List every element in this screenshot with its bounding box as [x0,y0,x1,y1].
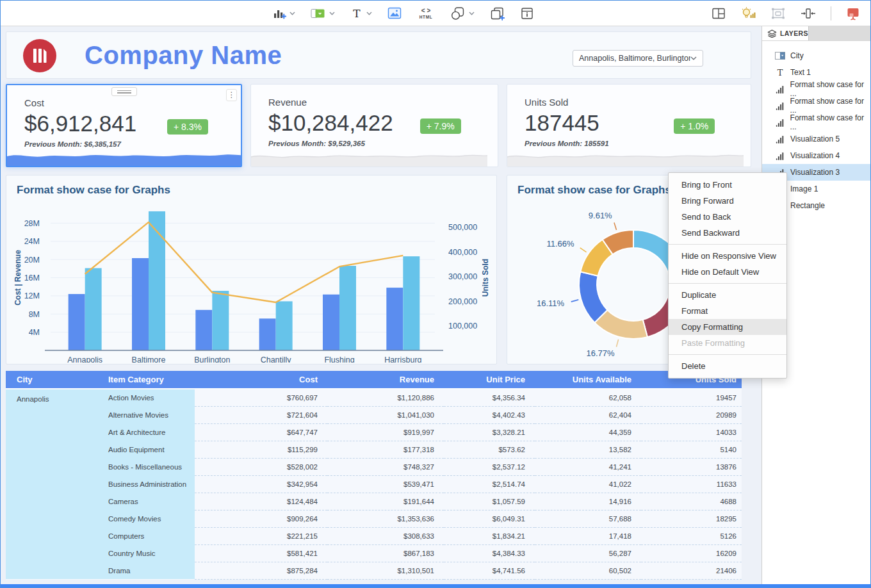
layer-item-label: Format show case for ... [790,113,870,131]
revenue-cell: $1,310,501 [327,562,444,579]
menu-item-send-to-back[interactable]: Send to Back [669,209,786,225]
layer-item-label: City [790,51,804,60]
column-header-city: City [6,371,105,389]
units-sold-cell: 16209 [641,544,742,562]
item-category-cell: Action Movies [105,389,195,406]
units-available-cell: 14,916 [535,493,641,510]
present-button[interactable] [846,6,860,20]
combo-chart-element[interactable]: Format show case for Graphs 4M8M12M16M20… [6,175,497,364]
chart-layer-icon [776,118,785,127]
layers-panel-header: LAYERS [762,26,870,41]
html-icon: < >HTML [417,6,435,20]
group-button [770,6,786,20]
layer-item-label: Rectangle [790,201,825,210]
data-table: CityItem CategoryCostRevenueUnit PriceUn… [6,371,742,580]
menu-item-hide-on-responsive-view[interactable]: Hide on Responsive View [669,248,786,264]
svg-text:16.77%: 16.77% [586,348,615,358]
add-html-button[interactable]: < >HTML [417,6,435,20]
item-category-cell: Alternative Movies [105,406,195,423]
text-layer-icon: T [775,68,785,77]
units-available-cell: 57,688 [535,510,641,527]
image-icon [387,7,402,20]
revenue-cell: $191,644 [327,493,444,510]
column-header-unit-price: Unit Price [444,371,535,389]
cost-cell: $581,421 [195,544,327,562]
card-options-kebab-icon[interactable]: ⋮ [226,89,237,101]
units-available-cell: 13,582 [535,441,641,458]
add-text-button[interactable]: T [350,7,372,20]
revenue-cell: $308,633 [327,527,444,544]
svg-text:400,000: 400,000 [448,248,477,257]
kpi-card-revenue[interactable]: Revenue$10,284,422+ 7.9%Previous Month: … [250,84,498,167]
menu-item-paste-formatting: Paste Formatting [669,335,786,351]
color-swatch-button[interactable] [311,8,335,19]
layer-item-label: Format show case for ... [790,80,870,98]
units-available-cell: 17,418 [535,527,641,544]
menu-item-copy-formatting[interactable]: Copy Formatting [669,319,786,335]
menu-item-send-backward[interactable]: Send Backward [669,225,786,241]
add-shape-button[interactable] [450,6,475,20]
layer-item-format-show-case-for[interactable]: Format show case for ... [762,114,870,131]
add-frame-button[interactable] [490,6,505,20]
region-dropdown-value: Annapolis, Baltimore, Burlington, ... [579,54,690,63]
layer-item-visualization-5[interactable]: Visualization 5 [762,131,870,147]
revenue-cell: $867,183 [327,544,444,562]
table-header-row: CityItem CategoryCostRevenueUnit PriceUn… [6,371,742,389]
revenue-cell: $748,327 [327,458,444,475]
units-sold-cell: 5126 [641,527,742,544]
add-chart-button[interactable] [272,6,295,20]
item-category-cell: Art & Architecture [105,423,195,441]
column-header-item-category: Item Category [105,371,195,389]
units-sold-cell: 14033 [641,423,742,441]
menu-item-format[interactable]: Format [669,303,786,319]
menu-item-duplicate[interactable]: Duplicate [669,287,786,303]
app-window: T< >HTML Company Name Annapolis, Baltimo… [0,0,871,588]
dashboard-canvas[interactable]: Company Name Annapolis, Baltimore, Burli… [1,26,763,585]
context-menu: Bring to FrontBring ForwardSend to BackS… [668,172,787,379]
units-sold-cell: 13876 [641,458,742,475]
table-row: Drama$875,284$1,310,501$4,741.5660,50221… [6,562,742,579]
layer-item-format-show-case-for[interactable]: Format show case for ... [762,97,870,114]
layout-button[interactable] [712,7,726,20]
svg-text:200,000: 200,000 [448,297,477,306]
kpi-delta-badge: + 1.0% [674,118,715,134]
layer-item-text-1[interactable]: TText 1 [762,64,870,81]
svg-text:24M: 24M [24,237,40,246]
svg-text:9.61%: 9.61% [589,211,612,220]
chart-layer-icon [776,135,785,143]
color-swatch-icon [311,8,326,19]
layer-item-visualization-4[interactable]: Visualization 4 [762,147,870,164]
shapes-icon [450,6,466,20]
menu-item-bring-forward[interactable]: Bring Forward [669,193,786,209]
revenue-cell: $1,353,636 [327,510,444,527]
layers-header-filler [808,26,870,40]
region-dropdown[interactable]: Annapolis, Baltimore, Burlington, ... [573,50,703,67]
kpi-previous-month: Previous Month: $9,529,365 [268,140,365,147]
text-icon: T [350,7,363,20]
menu-item-delete[interactable]: Delete [669,358,786,374]
kpi-value: $10,284,422 [268,110,393,136]
menu-item-hide-on-default-view[interactable]: Hide on Default View [669,264,786,280]
item-category-cell: Audio Equipment [105,441,195,458]
dashboard-header-element[interactable]: Company Name Annapolis, Baltimore, Burli… [6,31,751,79]
drag-handle[interactable] [111,87,137,96]
align-button[interactable] [801,6,816,20]
kpi-card-units-sold[interactable]: Units Sold187445+ 1.0%Previous Month: 18… [507,84,751,167]
kpi-title: Units Sold [525,97,751,108]
units-sold-cell: 20989 [641,406,742,423]
cost-cell: $647,747 [195,423,327,441]
kpi-card-cost[interactable]: ⋮Cost$6,912,841+ 8.3%Previous Month: $6,… [6,84,242,167]
insights-bulb-icon [740,6,756,20]
present-icon [846,6,860,20]
menu-item-bring-to-front[interactable]: Bring to Front [669,177,786,193]
layer-item-city[interactable]: City [762,47,870,64]
layer-item-format-show-case-for[interactable]: Format show case for ... [762,81,870,97]
layers-stack-icon [767,29,777,38]
add-image-button[interactable] [387,7,402,20]
insights-button[interactable] [740,6,756,20]
table-row: Art & Architecture$647,747$919,997$3,328… [6,423,742,441]
info-card-button[interactable] [521,7,533,20]
kpi-value: 187445 [525,110,599,136]
add-frame-icon [490,6,505,20]
data-table-element[interactable]: CityItem CategoryCostRevenueUnit PriceUn… [6,371,742,580]
